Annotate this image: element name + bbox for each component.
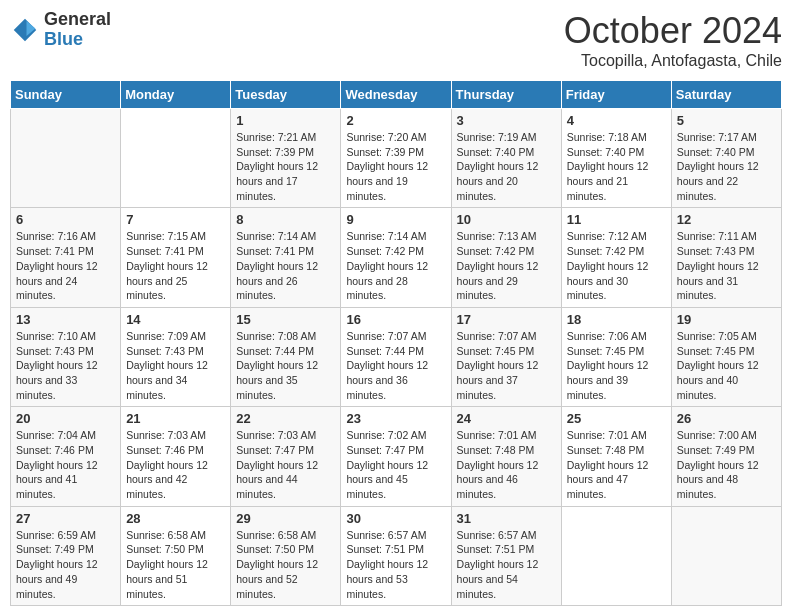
calendar-week-row: 27Sunrise: 6:59 AMSunset: 7:49 PMDayligh… <box>11 506 782 605</box>
month-title: October 2024 <box>564 10 782 52</box>
cell-info: Sunrise: 7:01 AMSunset: 7:48 PMDaylight … <box>457 428 556 501</box>
cell-info: Sunrise: 7:14 AMSunset: 7:41 PMDaylight … <box>236 229 335 302</box>
cell-info: Sunrise: 7:08 AMSunset: 7:44 PMDaylight … <box>236 329 335 402</box>
cell-info: Sunrise: 7:05 AMSunset: 7:45 PMDaylight … <box>677 329 776 402</box>
cell-info: Sunrise: 7:04 AMSunset: 7:46 PMDaylight … <box>16 428 115 501</box>
cell-info: Sunrise: 7:13 AMSunset: 7:42 PMDaylight … <box>457 229 556 302</box>
cell-info: Sunrise: 7:02 AMSunset: 7:47 PMDaylight … <box>346 428 445 501</box>
calendar-cell: 12Sunrise: 7:11 AMSunset: 7:43 PMDayligh… <box>671 208 781 307</box>
day-number: 7 <box>126 212 225 227</box>
header-thursday: Thursday <box>451 81 561 109</box>
calendar-cell: 8Sunrise: 7:14 AMSunset: 7:41 PMDaylight… <box>231 208 341 307</box>
calendar-cell: 19Sunrise: 7:05 AMSunset: 7:45 PMDayligh… <box>671 307 781 406</box>
calendar-cell: 25Sunrise: 7:01 AMSunset: 7:48 PMDayligh… <box>561 407 671 506</box>
day-number: 15 <box>236 312 335 327</box>
header-friday: Friday <box>561 81 671 109</box>
calendar-cell: 20Sunrise: 7:04 AMSunset: 7:46 PMDayligh… <box>11 407 121 506</box>
day-number: 18 <box>567 312 666 327</box>
day-number: 27 <box>16 511 115 526</box>
cell-info: Sunrise: 7:10 AMSunset: 7:43 PMDaylight … <box>16 329 115 402</box>
calendar-cell <box>121 109 231 208</box>
day-number: 22 <box>236 411 335 426</box>
calendar-cell: 16Sunrise: 7:07 AMSunset: 7:44 PMDayligh… <box>341 307 451 406</box>
calendar-cell: 7Sunrise: 7:15 AMSunset: 7:41 PMDaylight… <box>121 208 231 307</box>
calendar-cell: 30Sunrise: 6:57 AMSunset: 7:51 PMDayligh… <box>341 506 451 605</box>
title-area: October 2024 Tocopilla, Antofagasta, Chi… <box>564 10 782 70</box>
calendar-cell: 1Sunrise: 7:21 AMSunset: 7:39 PMDaylight… <box>231 109 341 208</box>
calendar-cell: 21Sunrise: 7:03 AMSunset: 7:46 PMDayligh… <box>121 407 231 506</box>
calendar-cell <box>561 506 671 605</box>
day-number: 16 <box>346 312 445 327</box>
location-title: Tocopilla, Antofagasta, Chile <box>564 52 782 70</box>
day-number: 21 <box>126 411 225 426</box>
cell-info: Sunrise: 7:11 AMSunset: 7:43 PMDaylight … <box>677 229 776 302</box>
calendar-table: SundayMondayTuesdayWednesdayThursdayFrid… <box>10 80 782 606</box>
day-number: 1 <box>236 113 335 128</box>
day-number: 28 <box>126 511 225 526</box>
day-number: 9 <box>346 212 445 227</box>
day-number: 5 <box>677 113 776 128</box>
header-monday: Monday <box>121 81 231 109</box>
day-number: 25 <box>567 411 666 426</box>
calendar-cell: 6Sunrise: 7:16 AMSunset: 7:41 PMDaylight… <box>11 208 121 307</box>
cell-info: Sunrise: 7:06 AMSunset: 7:45 PMDaylight … <box>567 329 666 402</box>
header-sunday: Sunday <box>11 81 121 109</box>
page-header: General Blue October 2024 Tocopilla, Ant… <box>10 10 782 70</box>
calendar-cell: 23Sunrise: 7:02 AMSunset: 7:47 PMDayligh… <box>341 407 451 506</box>
calendar-week-row: 6Sunrise: 7:16 AMSunset: 7:41 PMDaylight… <box>11 208 782 307</box>
header-saturday: Saturday <box>671 81 781 109</box>
calendar-header-row: SundayMondayTuesdayWednesdayThursdayFrid… <box>11 81 782 109</box>
cell-info: Sunrise: 7:20 AMSunset: 7:39 PMDaylight … <box>346 130 445 203</box>
day-number: 6 <box>16 212 115 227</box>
logo-icon <box>10 15 40 45</box>
cell-info: Sunrise: 7:03 AMSunset: 7:47 PMDaylight … <box>236 428 335 501</box>
cell-info: Sunrise: 7:14 AMSunset: 7:42 PMDaylight … <box>346 229 445 302</box>
calendar-cell <box>11 109 121 208</box>
logo-general-text: General <box>44 10 111 30</box>
header-tuesday: Tuesday <box>231 81 341 109</box>
calendar-cell: 11Sunrise: 7:12 AMSunset: 7:42 PMDayligh… <box>561 208 671 307</box>
cell-info: Sunrise: 7:03 AMSunset: 7:46 PMDaylight … <box>126 428 225 501</box>
day-number: 23 <box>346 411 445 426</box>
cell-info: Sunrise: 7:19 AMSunset: 7:40 PMDaylight … <box>457 130 556 203</box>
logo-blue-text: Blue <box>44 30 111 50</box>
cell-info: Sunrise: 7:12 AMSunset: 7:42 PMDaylight … <box>567 229 666 302</box>
cell-info: Sunrise: 7:07 AMSunset: 7:45 PMDaylight … <box>457 329 556 402</box>
day-number: 19 <box>677 312 776 327</box>
day-number: 31 <box>457 511 556 526</box>
calendar-cell: 26Sunrise: 7:00 AMSunset: 7:49 PMDayligh… <box>671 407 781 506</box>
calendar-cell: 9Sunrise: 7:14 AMSunset: 7:42 PMDaylight… <box>341 208 451 307</box>
calendar-cell: 17Sunrise: 7:07 AMSunset: 7:45 PMDayligh… <box>451 307 561 406</box>
calendar-cell: 27Sunrise: 6:59 AMSunset: 7:49 PMDayligh… <box>11 506 121 605</box>
cell-info: Sunrise: 7:09 AMSunset: 7:43 PMDaylight … <box>126 329 225 402</box>
cell-info: Sunrise: 7:00 AMSunset: 7:49 PMDaylight … <box>677 428 776 501</box>
day-number: 17 <box>457 312 556 327</box>
calendar-cell <box>671 506 781 605</box>
day-number: 12 <box>677 212 776 227</box>
cell-info: Sunrise: 7:18 AMSunset: 7:40 PMDaylight … <box>567 130 666 203</box>
day-number: 4 <box>567 113 666 128</box>
cell-info: Sunrise: 6:58 AMSunset: 7:50 PMDaylight … <box>126 528 225 601</box>
header-wednesday: Wednesday <box>341 81 451 109</box>
day-number: 26 <box>677 411 776 426</box>
cell-info: Sunrise: 6:58 AMSunset: 7:50 PMDaylight … <box>236 528 335 601</box>
calendar-week-row: 20Sunrise: 7:04 AMSunset: 7:46 PMDayligh… <box>11 407 782 506</box>
calendar-cell: 3Sunrise: 7:19 AMSunset: 7:40 PMDaylight… <box>451 109 561 208</box>
day-number: 20 <box>16 411 115 426</box>
day-number: 10 <box>457 212 556 227</box>
day-number: 29 <box>236 511 335 526</box>
calendar-cell: 18Sunrise: 7:06 AMSunset: 7:45 PMDayligh… <box>561 307 671 406</box>
calendar-cell: 24Sunrise: 7:01 AMSunset: 7:48 PMDayligh… <box>451 407 561 506</box>
day-number: 2 <box>346 113 445 128</box>
calendar-cell: 22Sunrise: 7:03 AMSunset: 7:47 PMDayligh… <box>231 407 341 506</box>
calendar-cell: 2Sunrise: 7:20 AMSunset: 7:39 PMDaylight… <box>341 109 451 208</box>
day-number: 8 <box>236 212 335 227</box>
calendar-cell: 14Sunrise: 7:09 AMSunset: 7:43 PMDayligh… <box>121 307 231 406</box>
calendar-cell: 4Sunrise: 7:18 AMSunset: 7:40 PMDaylight… <box>561 109 671 208</box>
calendar-cell: 10Sunrise: 7:13 AMSunset: 7:42 PMDayligh… <box>451 208 561 307</box>
calendar-cell: 28Sunrise: 6:58 AMSunset: 7:50 PMDayligh… <box>121 506 231 605</box>
cell-info: Sunrise: 7:01 AMSunset: 7:48 PMDaylight … <box>567 428 666 501</box>
cell-info: Sunrise: 6:57 AMSunset: 7:51 PMDaylight … <box>457 528 556 601</box>
day-number: 30 <box>346 511 445 526</box>
cell-info: Sunrise: 7:07 AMSunset: 7:44 PMDaylight … <box>346 329 445 402</box>
